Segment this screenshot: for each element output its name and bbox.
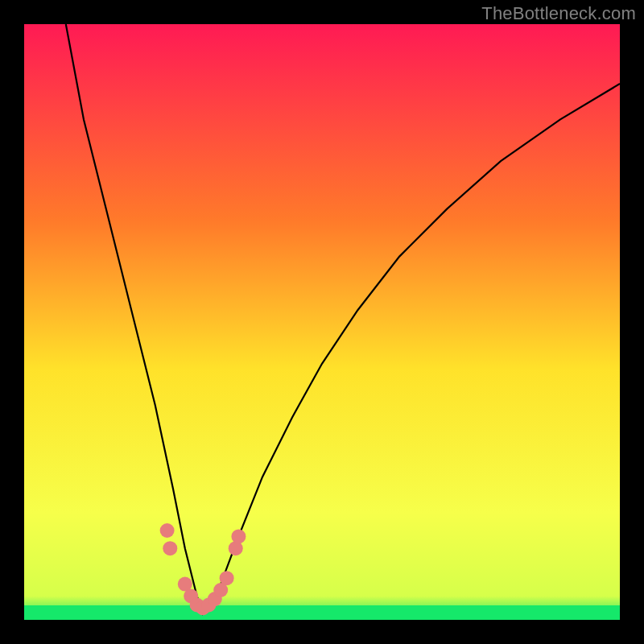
- chart-svg: [24, 24, 620, 620]
- marker-dot: [163, 541, 177, 555]
- chart-frame: TheBottleneck.com: [0, 0, 644, 644]
- gradient-background: [24, 24, 620, 620]
- marker-dot: [160, 523, 175, 538]
- marker-dot: [231, 529, 246, 543]
- marker-dot: [220, 571, 234, 585]
- plot-area: [24, 24, 620, 620]
- green-band: [24, 605, 620, 620]
- watermark-text: TheBottleneck.com: [481, 3, 636, 24]
